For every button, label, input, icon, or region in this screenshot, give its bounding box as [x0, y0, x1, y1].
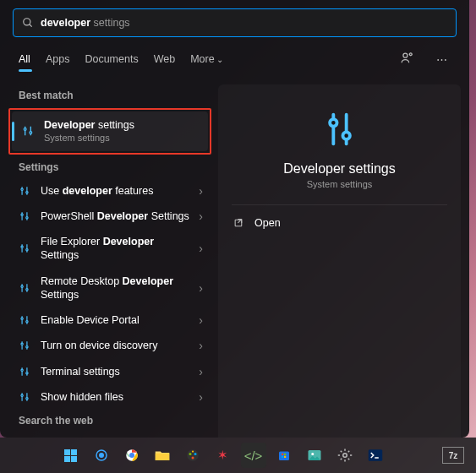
windows-logo-icon [64, 449, 77, 462]
filter-tabs: All Apps Documents Web More ⋯ [0, 37, 469, 76]
settings-result[interactable]: PowerShell Developer Settings› [8, 204, 211, 229]
settings-result[interactable]: Use developer features› [8, 178, 211, 204]
taskbar-app-settings[interactable] [332, 443, 358, 468]
preview-subtitle: System settings [307, 179, 373, 189]
settings-result-title: Terminal settings [41, 365, 190, 378]
settings-result[interactable]: Enable Device Portal› [8, 307, 211, 333]
start-button[interactable] [58, 443, 84, 468]
svg-point-31 [26, 346, 28, 348]
taskbar-app-chrome[interactable] [119, 443, 145, 468]
svg-point-55 [194, 453, 196, 455]
sliders-icon [17, 391, 32, 403]
sliders-icon [17, 282, 32, 294]
svg-point-29 [21, 344, 23, 345]
svg-rect-62 [284, 456, 286, 458]
svg-point-39 [26, 398, 28, 400]
svg-point-11 [26, 191, 28, 193]
svg-point-25 [21, 318, 23, 319]
svg-point-27 [26, 321, 28, 323]
best-match-highlight-box: Developer settings System settings [8, 108, 211, 155]
taskbar-app-copilot[interactable] [180, 443, 205, 468]
svg-point-57 [191, 450, 193, 452]
settings-result[interactable]: Terminal settings› [8, 359, 211, 384]
chevron-right-icon: › [199, 209, 203, 223]
svg-rect-59 [282, 454, 283, 455]
svg-line-1 [30, 24, 32, 27]
tab-documents[interactable]: Documents [85, 53, 138, 65]
svg-point-15 [26, 217, 28, 219]
result-subtitle: System settings [44, 132, 200, 144]
results-list: Best match Developer settings System set… [8, 84, 211, 438]
svg-point-56 [191, 457, 194, 459]
taskbar-app-terminal[interactable] [363, 443, 388, 468]
section-search-web: Search the web [8, 410, 211, 432]
svg-point-13 [21, 214, 23, 215]
open-icon [233, 218, 244, 229]
start-search-panel: developer settings All Apps Documents We… [0, 0, 469, 438]
web-result[interactable]: developer - See web results › [8, 432, 211, 438]
sliders-icon [17, 340, 32, 351]
taskbar-app-pc-manager[interactable] [89, 443, 114, 468]
account-icon[interactable] [397, 47, 418, 71]
svg-point-2 [403, 53, 408, 57]
settings-result-title: Use developer features [41, 184, 190, 198]
chevron-right-icon: › [199, 390, 203, 404]
action-open[interactable]: Open [218, 210, 461, 236]
svg-point-49 [99, 454, 103, 458]
taskbar-app-photos[interactable] [302, 443, 327, 468]
result-developer-settings[interactable]: Developer settings System settings [12, 111, 208, 151]
settings-result[interactable]: Show hidden files› [8, 384, 211, 410]
taskbar-app-file-explorer[interactable] [150, 443, 175, 468]
settings-result[interactable]: File Explorer Developer Settings› [8, 229, 211, 269]
svg-rect-61 [282, 456, 283, 458]
chevron-right-icon: › [199, 242, 203, 255]
svg-point-19 [26, 249, 28, 251]
preview-pane: Developer settings System settings Open [218, 84, 461, 438]
taskbar-app-ms-store[interactable] [271, 443, 297, 468]
more-options-icon[interactable]: ⋯ [433, 50, 451, 69]
settings-result-title: Remote Desktop Developer Settings [41, 275, 190, 302]
svg-point-64 [311, 453, 314, 455]
svg-point-3 [409, 53, 412, 56]
svg-point-35 [26, 372, 28, 373]
sliders-icon [17, 366, 32, 378]
svg-point-43 [330, 119, 336, 126]
search-query-text: developer settings [41, 17, 130, 29]
svg-point-33 [21, 369, 23, 371]
section-settings: Settings [8, 156, 211, 178]
svg-rect-52 [155, 454, 169, 460]
sliders-large-icon [320, 110, 359, 151]
sliders-icon [17, 314, 32, 326]
svg-rect-60 [284, 454, 286, 455]
settings-result-title: File Explorer Developer Settings [41, 235, 190, 263]
search-icon [22, 17, 34, 29]
settings-result[interactable]: Remote Desktop Developer Settings› [8, 269, 211, 308]
settings-result[interactable]: Turn on device discovery› [8, 333, 211, 358]
tab-apps[interactable]: Apps [46, 53, 70, 65]
svg-point-7 [30, 132, 32, 134]
sevenzip-label: 7z [442, 447, 464, 464]
settings-result-title: Enable Device Portal [41, 313, 190, 327]
svg-point-65 [342, 454, 347, 458]
action-open-label: Open [254, 217, 281, 229]
svg-point-21 [21, 285, 23, 287]
taskbar-app-dev-icon[interactable]: </> [241, 443, 266, 468]
svg-point-51 [129, 453, 134, 458]
preview-title: Developer settings [283, 161, 396, 177]
sliders-icon [20, 124, 36, 138]
section-best-match: Best match [8, 84, 211, 106]
sliders-icon [17, 242, 32, 254]
tab-more[interactable]: More [190, 53, 223, 65]
settings-result-title: Turn on device discovery [41, 339, 190, 352]
result-title: Developer settings [44, 118, 200, 132]
svg-point-17 [21, 246, 23, 247]
svg-rect-66 [368, 449, 382, 461]
tab-all[interactable]: All [19, 53, 30, 65]
svg-point-0 [24, 19, 30, 25]
tab-web[interactable]: Web [154, 53, 175, 65]
taskbar-app-tool-red[interactable]: ✶ [211, 443, 236, 468]
taskbar-7zip[interactable]: 7z [440, 443, 466, 468]
settings-result-title: Show hidden files [41, 390, 190, 404]
search-input[interactable]: developer settings [13, 8, 457, 37]
svg-point-37 [21, 394, 23, 396]
